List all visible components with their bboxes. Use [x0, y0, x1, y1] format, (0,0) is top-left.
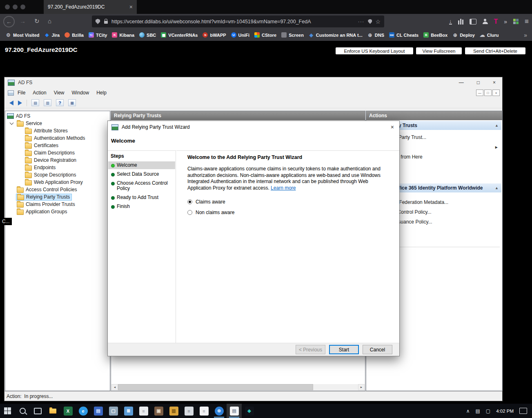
menu-hamburger-icon[interactable]: ≡: [525, 18, 529, 26]
bookmarks-overflow-icon[interactable]: »: [524, 32, 527, 38]
tracking-protection-shield-icon[interactable]: [96, 19, 100, 24]
properties-icon[interactable]: ▦: [68, 99, 76, 106]
bookmark-kibana[interactable]: KKibana: [109, 31, 137, 40]
bookmark-vcenterrnas[interactable]: ▦VCenterRNAs: [158, 31, 200, 40]
downloads-icon[interactable]: ↓: [449, 19, 452, 25]
extensions-grid-icon[interactable]: [513, 19, 519, 24]
bookmark-most-visited[interactable]: ⚙Most Visited: [3, 31, 42, 40]
forward-button[interactable]: →: [20, 18, 26, 25]
tree-item-relying-party-trusts[interactable]: Relying Party Trusts: [5, 193, 110, 201]
menu-window[interactable]: Window: [68, 90, 93, 96]
horizontal-scrollbar[interactable]: ◄ ►: [111, 384, 365, 390]
brand-t-icon[interactable]: T: [494, 18, 498, 25]
step-choose-access-control-policy[interactable]: Choose Access Control Policy: [108, 179, 175, 192]
taskbar-app-1[interactable]: X: [60, 404, 76, 418]
step-welcome[interactable]: Welcome: [108, 161, 175, 169]
bookmark-screen[interactable]: Screen: [279, 31, 306, 40]
lock-icon[interactable]: [104, 21, 108, 24]
window-maximize-button[interactable]: [20, 4, 25, 9]
tree-item-authentication-methods[interactable]: Authentication Methods: [5, 134, 110, 142]
vm-tools-tray-icon[interactable]: ▤: [475, 408, 480, 414]
send-ctrl-alt-delete-button[interactable]: Send Ctrl+Alt+Delete: [465, 47, 525, 54]
tree-item-access-control-policies[interactable]: Access Control Policies: [5, 186, 110, 193]
taskbar-app-13[interactable]: ◆: [242, 404, 257, 418]
cancel-button[interactable]: Cancel: [363, 345, 392, 354]
tree-item-certificates[interactable]: Certificates: [5, 142, 110, 149]
file-explorer-button[interactable]: [45, 404, 60, 418]
tree-item-service[interactable]: Service: [5, 120, 110, 127]
tree-item-adfs-root[interactable]: AD FS: [5, 112, 110, 120]
maximize-icon[interactable]: □: [477, 80, 480, 85]
taskbar-app-3[interactable]: ▤: [91, 404, 106, 418]
taskbar-app-8[interactable]: ▥: [166, 404, 181, 418]
taskbar-app-7[interactable]: ▣: [151, 404, 166, 418]
export-list-icon[interactable]: ▥: [44, 99, 51, 106]
collapse-icon[interactable]: ▲: [495, 123, 499, 127]
taskbar-search-button[interactable]: [15, 404, 30, 418]
window-minimize-button[interactable]: [13, 4, 18, 9]
taskbar-app-2[interactable]: e: [76, 404, 91, 418]
bookmark-customize-rna[interactable]: ◈Customize an RNA t...: [306, 31, 365, 40]
bookmark-tcity[interactable]: TCTCity: [86, 31, 110, 40]
tree-item-claims-provider-trusts[interactable]: Claims Provider Trusts: [5, 201, 110, 208]
step-ready-to-add-trust[interactable]: Ready to Add Trust: [108, 194, 175, 201]
bookmark-unifi[interactable]: UUniFi: [229, 31, 252, 40]
child-close-icon[interactable]: ×: [492, 89, 500, 96]
step-finish[interactable]: Finish: [108, 203, 175, 210]
bookmark-star-icon[interactable]: ☆: [375, 18, 381, 25]
hidden-icons-chevron-icon[interactable]: ∧: [466, 408, 470, 414]
taskbar-app-12-active[interactable]: ▤: [227, 404, 242, 418]
taskbar-app-5[interactable]: ≣: [121, 404, 136, 418]
tab-close-icon[interactable]: ×: [129, 4, 133, 10]
tree-item-web-application-proxy[interactable]: Web Application Proxy: [5, 179, 110, 186]
learn-more-link[interactable]: Learn more: [271, 185, 296, 191]
radio-unselected-icon[interactable]: [187, 210, 192, 215]
scroll-right-icon[interactable]: ►: [358, 384, 365, 390]
taskbar-app-9[interactable]: ≡: [181, 404, 196, 418]
task-view-button[interactable]: [30, 404, 45, 418]
wizard-titlebar[interactable]: Add Relying Party Trust Wizard: [108, 121, 399, 133]
collapse-icon[interactable]: ▲: [495, 186, 499, 190]
browser-tab[interactable]: 97.200_FedAzure2019DC ×: [44, 0, 137, 14]
forward-arrow-icon[interactable]: [18, 101, 22, 105]
url-text[interactable]: https://vcenter.ddilabs.io/ui/webconsole…: [111, 19, 354, 25]
tree-item-endpoints[interactable]: Endpoints: [5, 164, 110, 171]
expander-chevron-icon[interactable]: [10, 121, 14, 125]
clock[interactable]: 4:02 PM: [496, 409, 514, 414]
back-arrow-icon[interactable]: [9, 101, 13, 105]
adfs-window-titlebar[interactable]: AD FS: [4, 77, 502, 88]
display-tray-icon[interactable]: ▢: [486, 408, 490, 414]
menu-help[interactable]: Help: [93, 90, 110, 96]
scrollbar-track[interactable]: [118, 384, 358, 390]
taskbar-app-11-active[interactable]: ⊕: [211, 404, 227, 418]
radio-non-claims-aware[interactable]: Non claims aware: [187, 210, 388, 215]
window-close-button[interactable]: [5, 4, 10, 9]
menu-action[interactable]: Action: [29, 90, 50, 96]
bookmark-dns[interactable]: ⊕DNS: [365, 31, 387, 40]
back-button[interactable]: ←: [3, 16, 15, 27]
bookmark-cl-cheats[interactable]: NWCL Cheats: [387, 31, 421, 40]
overflow-chevrons-icon[interactable]: »: [504, 18, 507, 25]
account-icon[interactable]: [483, 19, 488, 24]
bookmark-bzilla[interactable]: Bzilla: [62, 31, 86, 40]
tree-item-attribute-stores[interactable]: Attribute Stores: [5, 127, 110, 134]
tree-item-application-groups[interactable]: Application Groups: [5, 208, 110, 215]
enforce-keyboard-layout-button[interactable]: Enforce US Keyboard Layout: [336, 47, 413, 54]
view-fullscreen-button[interactable]: View Fullscreen: [416, 47, 462, 54]
tree-item-device-registration[interactable]: Device Registration: [5, 156, 110, 164]
previous-button[interactable]: < Previous: [296, 345, 325, 354]
radio-claims-aware[interactable]: Claims aware: [187, 199, 388, 205]
url-bar[interactable]: https://vcenter.ddilabs.io/ui/webconsole…: [92, 16, 384, 27]
tree-item-scope-descriptions[interactable]: Scope Descriptions: [5, 171, 110, 179]
console-tree-toggle-icon[interactable]: ▤: [31, 99, 39, 106]
taskbar-app-4[interactable]: ▢: [106, 404, 121, 418]
scroll-left-icon[interactable]: ◄: [111, 384, 118, 390]
taskbar-app-10[interactable]: ≡: [196, 404, 211, 418]
bookmark-deploy[interactable]: ⊕Deploy: [450, 31, 477, 40]
sidebar-icon[interactable]: [470, 19, 476, 25]
tree-item-claim-descriptions[interactable]: Claim Descriptions: [5, 149, 110, 156]
bookmark-jira[interactable]: ◆Jira: [42, 31, 62, 40]
radio-selected-icon[interactable]: [187, 199, 192, 204]
bookmark-beebox[interactable]: BBeeBox: [421, 31, 450, 40]
bookmark-bwapp[interactable]: bbWAPP: [200, 31, 228, 40]
